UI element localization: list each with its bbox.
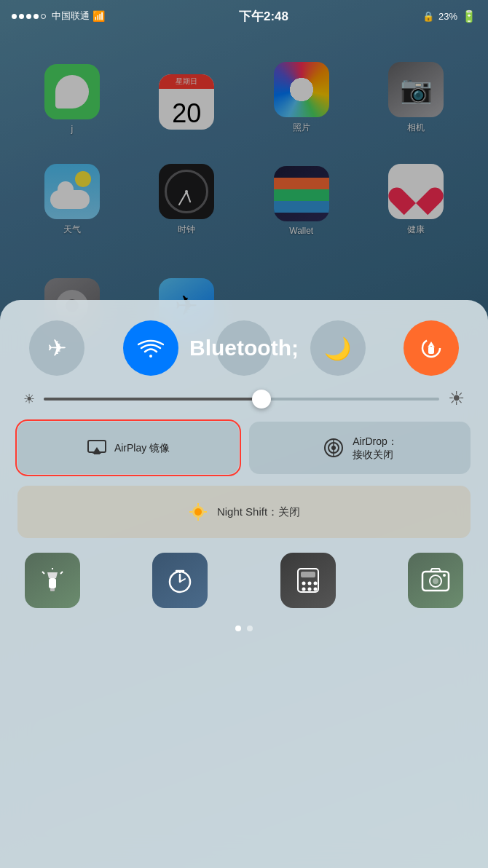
brightness-slider-thumb[interactable]: [252, 390, 271, 409]
airplay-label: AirPlay 镜像: [114, 441, 170, 454]
lock-icon: 🔒: [422, 11, 434, 22]
airdrop-label: AirDrop： 接收关闭: [353, 435, 397, 461]
wifi-toggle[interactable]: [123, 320, 178, 376]
signal-dot-1: [12, 14, 17, 19]
carrier-label: 中国联通: [52, 9, 90, 23]
screenshot-icon-svg: [421, 567, 450, 593]
wifi-icon: 📶: [93, 10, 105, 22]
donotdisturb-toggle[interactable]: 🌙: [310, 320, 366, 376]
svg-marker-1: [428, 342, 435, 347]
airplay-icon: [87, 438, 107, 458]
brightness-min-icon: ☀: [23, 391, 35, 407]
button-row: AirPlay 镜像 AirDrop： 接收关闭: [17, 422, 471, 474]
svg-rect-17: [49, 578, 56, 588]
svg-marker-5: [93, 447, 101, 454]
torch-app-icon[interactable]: [25, 553, 80, 608]
page-dot-2: [247, 626, 253, 631]
airplay-icon-svg: [87, 438, 107, 458]
svg-rect-2: [428, 347, 434, 354]
svg-marker-18: [47, 572, 58, 578]
svg-point-32: [313, 582, 317, 585]
svg-point-33: [302, 588, 305, 591]
svg-point-12: [194, 508, 202, 516]
control-center: ✈ Bluetooth; 🌙: [0, 300, 488, 868]
night-shift-label: Night Shift：关闭: [217, 505, 300, 519]
svg-line-20: [42, 572, 44, 574]
page-dots: [17, 626, 471, 631]
brightness-row: ☀ ☀: [17, 387, 471, 410]
status-left: 中国联通 📶: [12, 9, 105, 23]
svg-point-31: [307, 582, 311, 585]
signal-dot-4: [34, 14, 39, 19]
status-bar: 中国联通 📶 下午2:48 🔒 23% 🔋: [0, 0, 488, 32]
airplay-button[interactable]: AirPlay 镜像: [17, 422, 239, 474]
wifi-icon-svg: [138, 337, 164, 359]
bluetooth-toggle[interactable]: Bluetooth;: [216, 320, 272, 376]
battery-icon: 🔋: [462, 9, 476, 23]
night-shift-icon: [188, 502, 208, 522]
svg-point-30: [302, 582, 305, 585]
bottom-apps-row: [17, 553, 471, 608]
airplane-icon: ✈: [47, 334, 67, 362]
rotation-toggle[interactable]: [404, 320, 459, 376]
brightness-slider-track[interactable]: [44, 398, 439, 401]
brightness-max-icon: ☀: [448, 387, 465, 410]
bluetooth-icon: Bluetooth;: [189, 336, 299, 360]
page-dot-1: [235, 626, 241, 631]
svg-point-35: [313, 588, 317, 591]
signal-dot-5: [41, 14, 46, 19]
signal-dot-2: [19, 14, 24, 19]
rotation-lock-icon: [419, 336, 444, 360]
toggle-row: ✈ Bluetooth; 🌙: [17, 320, 471, 376]
svg-line-21: [60, 572, 63, 574]
signal-dot-3: [26, 14, 31, 19]
svg-rect-29: [301, 572, 315, 577]
moon-icon: 🌙: [324, 336, 351, 361]
airdrop-button[interactable]: AirDrop： 接收关闭: [249, 422, 471, 474]
status-right: 🔒 23% 🔋: [422, 9, 476, 23]
brightness-slider-fill: [44, 398, 261, 401]
calculator-app-icon[interactable]: [280, 553, 336, 608]
timer-app-icon[interactable]: [152, 553, 208, 608]
svg-rect-19: [50, 588, 55, 591]
battery-percent: 23%: [438, 11, 457, 22]
calculator-icon-svg: [295, 566, 321, 595]
status-time: 下午2:48: [239, 8, 288, 25]
timer-icon-svg: [165, 566, 194, 595]
airdrop-icon-svg: [322, 436, 345, 459]
screenshot-app-icon[interactable]: [408, 553, 463, 608]
svg-point-39: [443, 574, 446, 577]
svg-point-34: [307, 588, 311, 591]
signal-dots: [12, 14, 46, 19]
airplane-toggle[interactable]: ✈: [29, 320, 84, 376]
torch-icon-svg: [40, 568, 65, 593]
night-shift-button[interactable]: Night Shift：关闭: [17, 486, 471, 538]
svg-point-38: [433, 578, 438, 584]
